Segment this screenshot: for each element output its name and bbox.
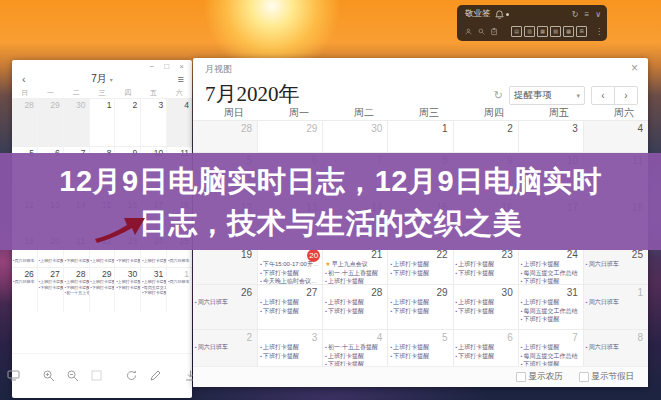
widget-tool-icon-3[interactable]: ▦ [537,26,548,37]
zoom-out-icon[interactable] [66,369,79,382]
calendar-cell[interactable]: 3▪上班打卡提醒▪下班打卡提醒 [258,330,323,367]
event-item[interactable]: ▪上班打卡提醒 [323,298,387,307]
calendar-cell[interactable]: 27▪上班打卡提醒▪下班打卡提醒 [258,285,323,329]
collapse-icon[interactable]: ∨ [595,10,601,19]
calendar-cell[interactable]: 5▪上班打卡提醒▪下班打卡提醒 [388,330,453,367]
event-item[interactable]: ▪上班打卡提醒 [519,298,583,307]
event-item[interactable]: ▪上班打卡提醒 [64,279,89,285]
event-item[interactable]: ▪每周五提交工作总结 [519,352,583,361]
event-item[interactable]: ▪上班打卡提醒 [141,258,166,264]
calendar-cell[interactable]: 3 [519,121,584,152]
event-item[interactable]: ▪上班打卡提醒 [454,343,518,352]
calendar-cell[interactable]: 1 [90,99,116,146]
window-controls[interactable]: − □ × [149,62,188,71]
event-item[interactable]: ▪上班打卡提醒 [258,343,322,352]
calendar-cell[interactable]: 30 [64,99,90,146]
widget-tool-icon-5[interactable]: ▩ [563,26,574,37]
event-item[interactable]: ▪每周五提交工作总结 [519,269,583,278]
event-item[interactable]: ▪上班打卡提醒 [115,279,140,285]
calendar-cell[interactable]: 27▪上班打卡提醒▪下班打卡提醒 [38,268,64,312]
event-item[interactable]: ▪周六日班车 [193,343,257,352]
event-item[interactable]: ▪周六日班车 [584,343,648,352]
calendar-cell[interactable]: 1 [388,121,453,152]
event-item[interactable]: ▪下班打卡提醒 [90,285,115,291]
event-item[interactable]: ▪下班打卡提醒 [454,352,518,361]
calendar-cell[interactable]: 30 [323,121,388,152]
event-item[interactable]: ▪上班打卡提醒 [519,260,583,269]
event-item[interactable]: ▪今天晚上临时会议… [258,277,322,284]
calendar-cell[interactable]: 22▪上班打卡提醒▪下班打卡提醒 [388,247,453,284]
event-item[interactable]: ▪下班打卡提醒 [454,307,518,316]
calendar-cell[interactable]: 2 [115,99,141,146]
event-item[interactable]: ▪上班打卡提醒 [388,343,452,352]
refresh-icon[interactable]: ↻ [494,89,503,102]
calendar-cell[interactable]: 25▪周六日班车 [584,247,648,284]
event-item[interactable]: ▪周六日班车 [12,258,37,264]
zoom-in-icon[interactable] [42,369,55,382]
event-item[interactable]: ▪下班打卡提醒 [323,307,387,316]
checkbox-icon[interactable] [579,372,589,382]
event-item[interactable]: ▪周六日班车 [167,279,192,285]
event-item[interactable]: ▪下班打卡提醒 [38,285,63,291]
calendar-cell[interactable]: 31▪上班打卡提醒▪每周五提交工作总结▪下班打卡提醒 [519,285,584,329]
calendar-cell[interactable]: 30▪上班打卡提醒▪下班打卡提醒 [454,285,519,329]
calendar-cell[interactable]: 1▪周六日班车 [584,285,648,329]
event-item[interactable]: ▪周六日班车 [584,260,648,269]
checkbox-icon[interactable] [516,372,526,382]
calendar-cell[interactable]: 30▪上班打卡提醒▪下班打卡提醒 [115,268,141,312]
event-item[interactable]: ▪初一十五上香提醒 [64,290,89,296]
calendar-cell[interactable]: 29▪上班打卡提醒▪下班打卡提醒 [90,268,116,312]
edit-icon[interactable] [149,369,162,382]
footer-checkbox-1[interactable]: 显示农历 [516,371,563,383]
event-item[interactable]: ▪上班打卡提醒 [323,277,387,284]
menu-icon[interactable]: ≡ [584,10,589,19]
close-icon[interactable]: × [631,61,638,75]
calendar-cell[interactable]: 28▪上班打卡提醒▪下班打卡提醒 [323,285,388,329]
user-icon[interactable] [465,26,472,37]
calendar-cell[interactable]: 23▪上班打卡提醒▪下班打卡提醒 [454,247,519,284]
bell-icon[interactable] [495,10,504,19]
event-item[interactable]: ▪初一·十五上香提醒 [323,269,387,278]
calendar-cell[interactable]: 2020▪下午15:00-17:00开…▪下班打卡提醒▪今天晚上临时会议… [258,247,323,284]
calendar-cell[interactable]: 28 [193,121,258,152]
event-item[interactable]: ▪上班打卡提醒 [454,298,518,307]
calendar-cell[interactable]: 19 [193,247,258,284]
mini-month-label[interactable]: 7月 ▾ [12,72,192,86]
calendar-cell[interactable]: 7▪上班打卡提醒▪每周五提交工作总结▪下班打卡提醒 [519,330,584,367]
event-item[interactable]: ▪下班打卡提醒 [388,307,452,316]
calendar-cell[interactable]: 1▪周六日班车 [167,268,192,312]
event-item[interactable]: ▪周六日班车 [193,298,257,307]
calendar-cell[interactable]: 26▪周六日班车 [193,285,258,329]
event-item[interactable]: ▪周六日班车 [167,258,192,264]
calendar-cell[interactable]: 24▪上班打卡提醒▪每周五提交工作总结▪下班打卡提醒 [519,247,584,284]
refresh-icon[interactable] [125,369,138,382]
event-item[interactable]: ▪初一·十五上香提醒 [323,343,387,352]
event-item[interactable]: ▪上班打卡提醒 [90,279,115,285]
event-item[interactable]: ▪下班打卡提醒 [258,352,322,361]
calendar-cell[interactable]: 21★早上九点会议▪初一·十五上香提醒▪上班打卡提醒 [323,247,388,284]
hamburger-menu-icon[interactable]: ≡ [178,73,184,85]
filter-select[interactable]: 提醒事项 ▾ [509,86,585,105]
event-item[interactable]: ▪下班打卡提醒 [258,269,322,278]
event-item[interactable]: ▪上班打卡提醒 [38,258,63,264]
calendar-cell[interactable]: 28 [12,99,38,146]
event-item[interactable]: ▪上班打卡提醒 [141,279,166,285]
calendar-cell[interactable]: 26▪周六日班车 [12,268,38,312]
event-item[interactable]: ▪上班打卡提醒 [90,258,115,264]
calendar-cell[interactable]: 2▪周六日班车 [193,330,258,367]
sticky-note-widget[interactable]: 敬业签 ↻ ≡ ∨ ▤▥▦▧▩⊞ ⋮ [457,5,607,41]
widget-tool-icon-1[interactable]: ▤ [511,26,522,37]
widget-tool-icon-6[interactable]: ⊞ [576,26,587,37]
calendar-cell[interactable]: 28▪上班打卡提醒▪下班打卡提醒▪初一十五上香提醒 [64,268,90,312]
event-item[interactable]: ▪上班打卡提醒 [519,343,583,352]
footer-checkbox-2[interactable]: 显示节假日 [579,371,635,383]
event-item[interactable]: ★早上九点会议 [323,260,387,269]
event-item[interactable]: ▪下班打卡提醒 [519,277,583,284]
event-item[interactable]: ▪上班打卡提醒 [388,298,452,307]
event-item[interactable]: ▪下班打卡提醒 [115,285,140,291]
event-item[interactable]: ▪上班打卡提醒 [258,298,322,307]
select-icon[interactable] [90,369,103,382]
event-item[interactable]: ▪下班打卡提醒 [64,258,89,264]
event-item[interactable]: ▪下班打卡提醒 [388,269,452,278]
event-item[interactable]: ▪上班打卡提醒 [388,260,452,269]
